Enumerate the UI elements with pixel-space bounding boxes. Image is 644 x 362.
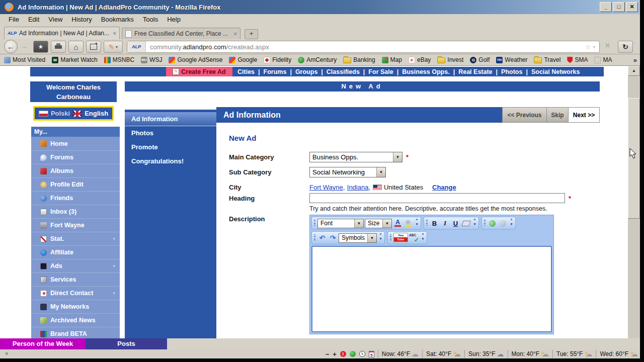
toolbar-overflow-button[interactable]: »▾ xyxy=(472,218,477,229)
sidebar-item-friends[interactable]: Friends xyxy=(31,191,120,205)
sub-category-select[interactable]: Social Networking ▼ xyxy=(309,167,386,177)
posts-tab[interactable]: Posts xyxy=(86,338,167,349)
nav-link-cities[interactable]: Cities xyxy=(237,68,255,75)
change-city-link[interactable]: Change xyxy=(432,184,456,191)
bookmark-fidelity[interactable]: Fidelity xyxy=(264,56,291,63)
nav-link-real-estate[interactable]: Real Estate xyxy=(458,68,492,75)
toolbar-overflow-button[interactable]: »▾ xyxy=(378,232,383,243)
sidebar-item-fort-wayne[interactable]: Fort Wayne xyxy=(31,218,120,232)
person-of-the-week-tab[interactable]: Person of the Week xyxy=(0,338,86,349)
step-ad-information[interactable]: Ad Information xyxy=(125,112,216,126)
new-window-button[interactable] xyxy=(86,41,101,53)
status-ok-icon[interactable] xyxy=(350,351,356,357)
heading-input[interactable] xyxy=(309,193,565,203)
nav-link-forums[interactable]: Forums xyxy=(264,68,287,75)
bookmark-ma[interactable]: MA xyxy=(594,56,612,63)
error-indicator-icon[interactable]: ! xyxy=(340,351,346,357)
spellcheck-button[interactable]: ABC✓ xyxy=(409,233,419,243)
drag-handle-icon[interactable] xyxy=(314,234,315,241)
redo-button[interactable]: ↷ xyxy=(328,233,338,243)
bookmark-most-visited[interactable]: Most Visited xyxy=(4,56,45,63)
menu-bookmarks[interactable]: Bookmarks xyxy=(97,14,138,25)
state-link[interactable]: Indiana, xyxy=(347,184,370,191)
zoom-out-icon[interactable]: − xyxy=(326,350,330,358)
skip-button[interactable]: Skip xyxy=(547,107,569,123)
home-button[interactable]: ⌂ xyxy=(68,41,84,53)
bookmarks-overflow-chevron[interactable]: » xyxy=(633,56,637,64)
new-tab-button[interactable]: + xyxy=(245,29,258,39)
sidebar-item-home[interactable]: Home xyxy=(31,137,120,150)
nav-link-classifieds[interactable]: Classifieds xyxy=(327,68,360,75)
font-color-button[interactable]: A xyxy=(393,218,403,228)
insert-link-button[interactable] xyxy=(488,218,497,228)
bookmark-msnbc[interactable]: MSNBC xyxy=(104,56,134,63)
language-english-link[interactable]: English xyxy=(85,110,108,117)
bookmark-google-adsense[interactable]: Google AdSense xyxy=(169,56,222,63)
symbols-select[interactable]: Symbols▼ xyxy=(339,233,377,243)
bookmark-golf[interactable]: GGolf xyxy=(470,56,490,63)
undo-button[interactable]: ↶ xyxy=(317,233,327,243)
bookmark-ebay[interactable]: eeBay xyxy=(409,56,431,63)
previous-button[interactable]: << Previous xyxy=(502,107,547,123)
tab-free-classified[interactable]: Free Classified Ad Center, Place ... × xyxy=(122,28,240,39)
chevron-down-icon[interactable]: ▼ xyxy=(376,167,385,177)
language-polski-link[interactable]: Polski xyxy=(51,110,70,117)
bookmark-map[interactable]: Map xyxy=(382,56,402,63)
menu-help[interactable]: Help xyxy=(163,14,185,25)
tab-ad-information[interactable]: ALP Ad Information | New Ad | Adlan... × xyxy=(4,27,120,39)
menu-view[interactable]: View xyxy=(44,14,67,25)
toolbar-overflow-button[interactable]: »▾ xyxy=(420,232,426,243)
sidebar-item-albums[interactable]: Albums xyxy=(31,164,120,177)
toolbar-overflow-button[interactable]: »▾ xyxy=(414,218,420,229)
underline-button[interactable]: U xyxy=(451,218,460,228)
italic-button[interactable]: I xyxy=(440,218,450,228)
next-button[interactable]: Next >> xyxy=(569,107,600,123)
step-photos[interactable]: Photos xyxy=(125,126,216,140)
statusbar-close-icon[interactable]: × xyxy=(5,350,8,356)
sidebar-item-ads[interactable]: Ads▾ xyxy=(31,259,120,273)
menu-tools[interactable]: Tools xyxy=(138,14,163,25)
sidebar-item-brand-beta[interactable]: Brand BETA xyxy=(31,327,120,338)
minimize-button[interactable]: _ xyxy=(600,2,612,12)
forward-button[interactable]: → xyxy=(21,42,28,50)
chevron-down-icon[interactable]: ▼ xyxy=(393,152,402,162)
weather-mon[interactable]: Mon: 40°F☀☁ xyxy=(508,350,549,358)
highlight-button[interactable] xyxy=(404,218,413,228)
bold-button[interactable]: B xyxy=(430,218,439,228)
tab-close-icon[interactable]: × xyxy=(113,30,116,36)
bookmark-sma[interactable]: SMA xyxy=(567,56,588,63)
bookmark-wsj[interactable]: WSJWSJ xyxy=(141,56,162,63)
clock-icon[interactable] xyxy=(359,351,365,357)
nav-link-for-sale[interactable]: For Sale xyxy=(368,68,393,75)
maximize-button[interactable]: □ xyxy=(613,2,625,12)
sidebar-item-affiliate[interactable]: Affiliate xyxy=(31,245,120,259)
bookmark-invest[interactable]: Invest xyxy=(437,56,463,63)
weather-wed[interactable]: Wed: 60°F☀☁ xyxy=(596,350,638,358)
remove-link-button[interactable] xyxy=(498,218,508,228)
weather-now[interactable]: Now: 46°F☁ xyxy=(378,350,419,358)
url-text[interactable]: community.adlandpro.com/createad.aspx xyxy=(150,43,585,51)
sidebar-item-direct-contact[interactable]: Direct Contact▾ xyxy=(31,286,120,300)
scroll-up-button[interactable]: ▲ xyxy=(628,66,640,76)
drag-handle-icon[interactable] xyxy=(484,220,486,227)
sidebar-item-forums[interactable]: Forums xyxy=(31,150,120,164)
chevron-down-icon[interactable]: ▾ xyxy=(113,263,115,268)
url-dropdown-icon[interactable]: ▾ xyxy=(593,45,595,49)
menu-file[interactable]: File xyxy=(4,14,24,25)
nav-link-business-opps[interactable]: Business Opps. xyxy=(402,68,449,75)
bookmark-banking[interactable]: Banking xyxy=(343,56,375,63)
print-button[interactable] xyxy=(51,41,66,53)
tab-close-icon[interactable]: × xyxy=(234,31,237,37)
sidebar-item-stat[interactable]: Stat.▾ xyxy=(31,232,120,245)
nav-link-groups[interactable]: Groups xyxy=(295,68,317,75)
drag-handle-icon[interactable] xyxy=(426,220,428,227)
compose-button[interactable]: ✎ ▾ xyxy=(104,41,123,53)
calendar-icon[interactable]: 5 xyxy=(369,351,374,357)
size-select[interactable]: Size▼ xyxy=(365,219,392,228)
close-button[interactable]: ✕ xyxy=(626,2,638,12)
drag-handle-icon[interactable] xyxy=(390,234,391,241)
weather-tue[interactable]: Tue: 55°F☀☁ xyxy=(552,350,592,358)
toolbar-overflow-button[interactable]: »▾ xyxy=(509,218,514,229)
nav-link-photos[interactable]: Photos xyxy=(501,68,522,75)
chevron-down-icon[interactable]: ▼ xyxy=(382,219,391,228)
